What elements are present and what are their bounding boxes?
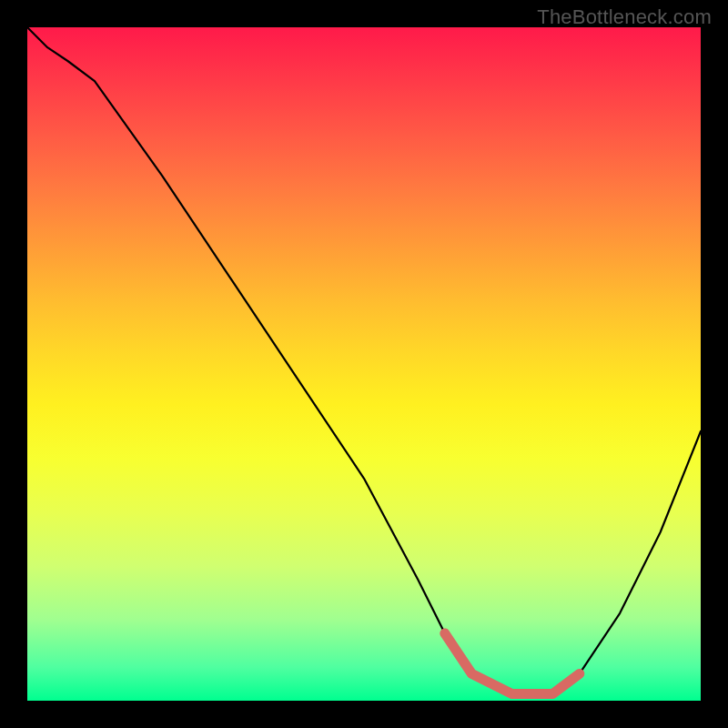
bottleneck-curve <box>27 27 701 694</box>
sweet-spot-marker <box>445 633 580 694</box>
watermark-text: TheBottleneck.com <box>537 5 712 29</box>
plot-area <box>27 27 701 701</box>
chart-container: TheBottleneck.com <box>0 0 728 728</box>
chart-svg <box>27 27 701 701</box>
